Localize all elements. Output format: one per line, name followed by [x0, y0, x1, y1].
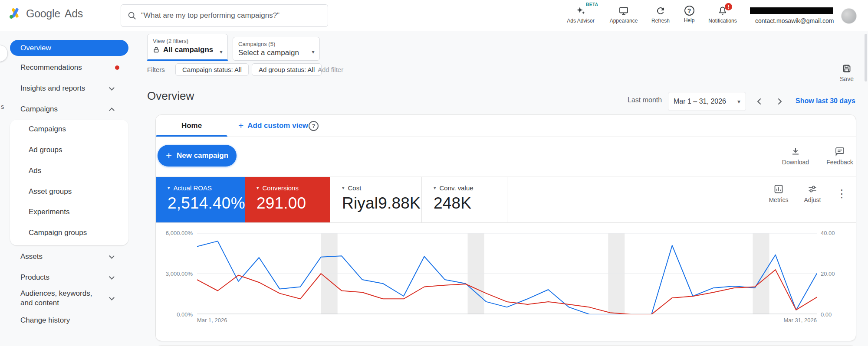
more-options-kebab-icon[interactable]: ⋮	[836, 188, 847, 199]
scorecard-value: 2,514.40%	[168, 194, 245, 212]
overview-card: Home + Add custom view ? + New campaign …	[155, 114, 856, 341]
add-custom-view-button[interactable]: + Add custom view	[238, 115, 308, 137]
search-box[interactable]	[121, 4, 328, 27]
tabs-help-icon[interactable]: ?	[309, 121, 319, 131]
show-last-30-days-link[interactable]: Show last 30 days	[796, 97, 855, 105]
experiments-label: Experiments	[29, 208, 69, 216]
scorecard-value: 291.00	[256, 194, 330, 212]
save-button[interactable]: Save	[832, 63, 861, 82]
right-axis-tick: 0.00	[821, 311, 832, 318]
next-period-button[interactable]	[774, 96, 785, 107]
sidebar-item-products[interactable]: Products	[10, 270, 128, 285]
products-label: Products	[20, 273, 49, 282]
scorecard-conversions[interactable]: ▾ Conversions 291.00	[245, 177, 330, 222]
chevron-down-icon	[109, 253, 115, 259]
insights-label: Insights and reports	[20, 84, 85, 93]
previous-period-button[interactable]	[754, 96, 765, 107]
logo-google-text: Google	[26, 7, 60, 20]
tab-home[interactable]: Home	[156, 115, 227, 137]
sidebar-item-audiences-keywords-content[interactable]: Audiences, keywords, and content	[10, 287, 128, 310]
scorecard-conv-value[interactable]: ▾ Conv. value 248K	[422, 177, 507, 222]
metrics-button[interactable]: Metrics	[763, 184, 794, 203]
left-axis-tick: 3,000.00%	[156, 271, 193, 277]
dropdown-arrow-icon: ▾	[220, 48, 223, 55]
adjust-button[interactable]: Adjust	[797, 184, 828, 203]
ads-advisor-button[interactable]: BETA Ads Advisor	[561, 6, 601, 24]
add-filter-button[interactable]: Add filter	[318, 66, 343, 73]
metrics-icon	[773, 184, 784, 194]
ads-triangle-logo-icon	[9, 7, 22, 20]
scorecard-label: Cost	[348, 184, 362, 192]
scrollbar-thumb[interactable]	[865, 34, 867, 82]
sidebar-item-ads[interactable]: Ads	[29, 163, 120, 178]
rail-artifact-text: s	[1, 103, 4, 110]
performance-chart-plot[interactable]	[197, 233, 817, 314]
filter-chip-ad-group-status[interactable]: Ad group status: All	[252, 63, 322, 76]
download-icon	[790, 146, 801, 157]
scorecard-actual-roas[interactable]: ▾ Actual ROAS 2,514.40%	[156, 177, 245, 222]
sidebar-item-campaign-groups[interactable]: Campaign groups	[29, 225, 120, 240]
new-campaign-button[interactable]: + New campaign	[158, 145, 237, 166]
sidebar-item-insights-and-reports[interactable]: Insights and reports	[10, 81, 128, 96]
appearance-button[interactable]: Appearance	[606, 6, 641, 24]
plus-icon: +	[166, 150, 172, 161]
campaigns-submenu-card: Campaigns Ad groups Ads Asset groups Exp…	[10, 120, 128, 245]
sidebar-item-asset-groups[interactable]: Asset groups	[29, 184, 120, 199]
scorecard-label: Actual ROAS	[174, 184, 212, 192]
date-context-label: Last month	[628, 96, 662, 104]
view-selector[interactable]: View (2 filters) All campaigns ▾	[147, 34, 228, 61]
monitor-icon	[618, 6, 629, 16]
refresh-icon	[655, 6, 666, 16]
metric-dropdown-icon[interactable]: ▾	[168, 185, 170, 191]
sidebar-item-campaigns[interactable]: Campaigns	[29, 122, 120, 137]
sidebar-item-campaigns-group[interactable]: Campaigns	[10, 102, 128, 117]
download-button[interactable]: Download	[780, 146, 811, 166]
audiences-label: Audiences, keywords, and content	[20, 289, 102, 308]
date-range-picker[interactable]: Mar 1 – 31, 2026 ▾	[668, 92, 746, 111]
date-range-value: Mar 1 – 31, 2026	[674, 98, 726, 105]
left-axis-tick: 0.00%	[156, 311, 193, 318]
google-ads-logo[interactable]: Google Ads	[9, 7, 83, 20]
save-icon	[842, 63, 852, 74]
search-input[interactable]	[141, 11, 322, 20]
sidebar-item-overview[interactable]: Overview	[10, 40, 128, 56]
refresh-label: Refresh	[651, 18, 670, 24]
sidebar-item-change-history[interactable]: Change history	[10, 313, 128, 328]
chevron-down-icon	[109, 85, 115, 91]
sidebar-item-recommendations[interactable]: Recommendations	[10, 60, 128, 75]
add-custom-view-label: Add custom view	[247, 121, 308, 130]
logo-ads-text: Ads	[65, 7, 83, 20]
refresh-button[interactable]: Refresh	[646, 6, 675, 24]
scorecard-cost[interactable]: ▾ Cost Riyal9.88K	[330, 177, 422, 222]
x-axis-end-label: Mar 31, 2026	[752, 317, 817, 323]
google-ads-app: Google Ads BETA Ads Advisor	[0, 0, 868, 346]
performance-chart: 6,000.00% 3,000.00% 0.00% 40.00 20.00 0.…	[156, 223, 856, 342]
notifications-button[interactable]: ! Notifications	[702, 6, 743, 24]
campaign-groups-label: Campaign groups	[29, 228, 87, 237]
ad-groups-label: Ad groups	[29, 146, 62, 154]
sidebar-item-ad-groups[interactable]: Ad groups	[29, 143, 120, 157]
tabs-divider	[156, 137, 856, 137]
help-button[interactable]: ? Help	[677, 6, 701, 23]
chevron-down-icon	[109, 295, 115, 300]
scorecard-value: Riyal9.88K	[342, 194, 421, 212]
left-axis-tick: 6,000.00%	[156, 230, 193, 236]
feedback-button[interactable]: Feedback	[824, 146, 855, 166]
sidebar-item-assets[interactable]: Assets	[10, 249, 128, 264]
filter-chip-campaign-status[interactable]: Campaign status: All	[175, 63, 249, 76]
change-history-label: Change history	[20, 316, 70, 325]
help-icon: ?	[684, 6, 694, 16]
sidebar-item-experiments[interactable]: Experiments	[29, 205, 120, 219]
view-selector-label: View (2 filters)	[153, 38, 213, 44]
metric-dropdown-icon[interactable]: ▾	[256, 185, 259, 191]
profile-avatar[interactable]	[841, 8, 857, 24]
assets-label: Assets	[20, 252, 43, 261]
metric-dropdown-icon[interactable]: ▾	[342, 185, 345, 191]
scorecard-strip: ▾ Actual ROAS 2,514.40% ▾ Conversions 29…	[156, 176, 856, 223]
redacted-account-name	[750, 7, 833, 14]
save-label: Save	[840, 75, 854, 82]
metric-dropdown-icon[interactable]: ▾	[434, 185, 436, 191]
campaign-selector[interactable]: Campaigns (5) Select a campaign ▾	[233, 37, 320, 61]
help-label: Help	[684, 17, 695, 23]
scorecard-label: Conversions	[263, 184, 299, 192]
